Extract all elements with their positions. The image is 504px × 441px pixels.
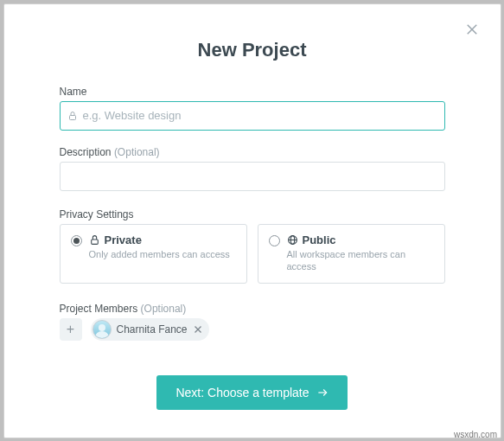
members-label-text: Project Members xyxy=(60,303,138,315)
members-label: Project Members (Optional) xyxy=(60,303,445,315)
privacy-label: Privacy Settings xyxy=(60,208,445,220)
privacy-option-private[interactable]: Private Only added members can access xyxy=(60,224,247,284)
name-label: Name xyxy=(60,86,445,98)
new-project-modal: New Project Name Description (Optional) … xyxy=(3,3,501,438)
remove-member-icon[interactable] xyxy=(193,324,203,335)
close-icon xyxy=(464,22,480,37)
add-member-button[interactable]: + xyxy=(60,318,82,341)
svg-rect-3 xyxy=(91,239,98,243)
name-input-wrapper[interactable] xyxy=(60,101,445,131)
globe-icon xyxy=(287,234,298,246)
privacy-public-subtitle: All workspace members can access xyxy=(287,248,434,273)
privacy-public-body: Public All workspace members can access xyxy=(287,233,434,273)
privacy-private-title: Private xyxy=(105,233,142,246)
radio-public[interactable] xyxy=(269,235,280,246)
members-optional-text: (Optional) xyxy=(141,303,187,315)
privacy-option-public[interactable]: Public All workspace members can access xyxy=(258,224,445,284)
description-label-text: Description xyxy=(60,146,112,158)
description-input[interactable] xyxy=(60,162,445,191)
radio-private[interactable] xyxy=(71,235,82,246)
arrow-right-icon xyxy=(316,387,329,399)
member-name: Charnita Fance xyxy=(117,323,188,336)
close-button[interactable] xyxy=(464,22,480,37)
modal-title: New Project xyxy=(60,39,445,61)
description-optional-text: (Optional) xyxy=(114,146,160,158)
next-button-label: Next: Choose a template xyxy=(175,386,309,399)
name-input[interactable] xyxy=(83,109,437,122)
lock-icon xyxy=(89,234,100,246)
description-label: Description (Optional) xyxy=(60,146,445,158)
member-chip[interactable]: Charnita Fance xyxy=(91,318,209,341)
privacy-settings: Private Only added members can access Pu… xyxy=(60,224,445,284)
svg-rect-2 xyxy=(69,115,75,119)
avatar xyxy=(93,320,112,339)
privacy-private-subtitle: Only added members can access xyxy=(89,248,236,260)
next-button[interactable]: Next: Choose a template xyxy=(156,375,347,410)
lock-icon xyxy=(67,111,78,121)
privacy-private-body: Private Only added members can access xyxy=(89,233,236,260)
members-row: + Charnita Fance xyxy=(60,318,445,341)
privacy-public-title: Public xyxy=(303,233,336,246)
watermark: wsxdn.com xyxy=(454,430,497,439)
